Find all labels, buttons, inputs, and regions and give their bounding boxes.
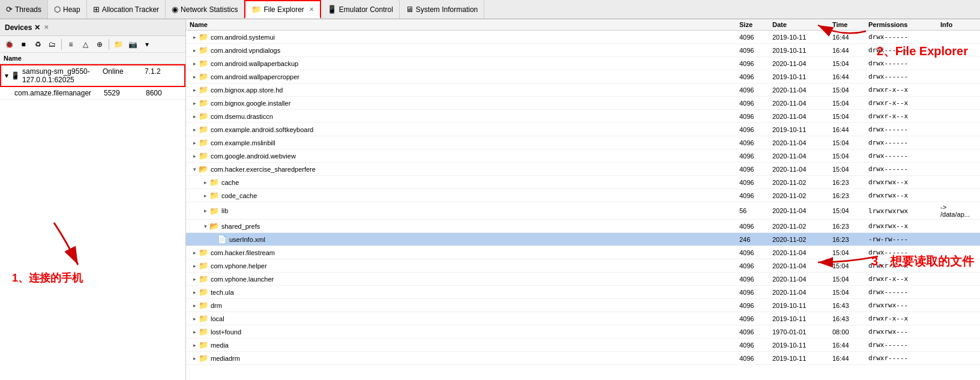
device-expand-icon[interactable]: ▾ bbox=[5, 71, 8, 80]
tab-allocation[interactable]: ⊞ Allocation Tracker bbox=[87, 0, 166, 19]
file-size: 4096 bbox=[739, 192, 772, 199]
file-row[interactable]: ▸ 📁 lost+found 4096 1970-01-01 08:00 drw… bbox=[186, 325, 980, 339]
file-time: 15:04 bbox=[832, 60, 868, 67]
folder-icon: 📁 bbox=[199, 46, 208, 55]
annotation-label-1: 1、连接的手机 bbox=[12, 271, 83, 285]
expand-icon[interactable]: ▸ bbox=[204, 208, 207, 214]
file-name: ▸ 📁 lost+found bbox=[190, 327, 739, 336]
phone-icon: 📱 bbox=[11, 71, 20, 80]
expand-icon[interactable]: ▸ bbox=[193, 127, 196, 133]
app-row[interactable]: com.amaze.filemanager 5529 8600 bbox=[0, 87, 185, 100]
file-row[interactable]: ▸ 📁 code_cache 4096 2020-11-02 16:23 drw… bbox=[186, 189, 980, 202]
file-size: 4096 bbox=[739, 355, 772, 362]
expand-icon[interactable]: ▸ bbox=[193, 342, 196, 348]
file-row[interactable]: ▸ 📁 com.android.systemui 4096 2019-10-11… bbox=[186, 31, 980, 44]
expand-icon[interactable]: ▸ bbox=[193, 74, 196, 80]
tab-sysinfo[interactable]: 🖥 System Information bbox=[400, 0, 484, 19]
file-row[interactable]: ▸ 📁 com.bignox.google.installer 4096 202… bbox=[186, 97, 980, 110]
file-name: ▸ 📁 tech.ula bbox=[190, 288, 739, 297]
alloc-btn[interactable]: ⊕ bbox=[93, 38, 106, 51]
file-perms: drwx------ bbox=[868, 73, 940, 80]
file-row[interactable]: ▸ 📁 com.android.vpndialogs 4096 2019-10-… bbox=[186, 44, 980, 57]
expand-icon[interactable]: ▸ bbox=[193, 113, 196, 119]
file-row[interactable]: ▸ 📁 com.dsemu.drasticcn 4096 2020-11-04 … bbox=[186, 110, 980, 123]
file-row[interactable]: 📄 userInfo.xml 246 2020-11-02 16:23 -rw-… bbox=[186, 233, 980, 246]
tab-network[interactable]: ◉ Network Statistics bbox=[166, 0, 244, 19]
file-table-body[interactable]: ▸ 📁 com.android.systemui 4096 2019-10-11… bbox=[186, 31, 980, 380]
filename-text: com.vphone.launcher bbox=[211, 276, 274, 283]
file-row[interactable]: ▸ 📁 mediadrm 4096 2019-10-11 16:44 drwxr… bbox=[186, 352, 980, 365]
file-row[interactable]: ▸ 📁 drm 4096 2019-10-11 16:43 drwxrwx--- bbox=[186, 299, 980, 312]
expand-icon[interactable]: ▾ bbox=[193, 166, 196, 172]
screenshot-btn[interactable]: 📷 bbox=[126, 38, 139, 51]
tab-fileexplorer[interactable]: 📁 File Explorer ✕ bbox=[244, 0, 320, 19]
filename-text: local bbox=[211, 315, 224, 322]
debug-btn[interactable]: 🐞 bbox=[2, 38, 16, 51]
file-size: 4096 bbox=[739, 113, 772, 120]
file-row[interactable]: ▸ 📁 com.android.wallpaperbackup 4096 202… bbox=[186, 57, 980, 70]
heap-toggle-btn[interactable]: △ bbox=[79, 38, 92, 51]
file-size: 246 bbox=[739, 236, 772, 243]
expand-icon[interactable]: ▸ bbox=[193, 276, 196, 282]
file-perms: drwx------ bbox=[868, 165, 940, 173]
file-row[interactable]: ▸ 📁 lib 56 2020-11-04 15:04 lrwxrwxrwx -… bbox=[186, 202, 980, 220]
file-row[interactable]: ▸ 📁 com.example.mslinbill 4096 2020-11-0… bbox=[186, 136, 980, 149]
tab-allocation-label: Allocation Tracker bbox=[102, 5, 159, 14]
folder-icon: 📁 bbox=[199, 125, 208, 134]
expand-icon[interactable]: ▸ bbox=[204, 193, 207, 199]
expand-icon[interactable]: ▸ bbox=[193, 263, 196, 269]
tab-threads[interactable]: ⟳ Threads bbox=[0, 0, 48, 19]
file-perms: drwx------ bbox=[868, 249, 940, 256]
expand-icon[interactable]: ▸ bbox=[193, 329, 196, 335]
tab-emulator[interactable]: 📱 Emulator Control bbox=[321, 0, 400, 19]
expand-icon[interactable]: ▸ bbox=[204, 179, 207, 185]
expand-icon[interactable]: ▸ bbox=[193, 140, 196, 146]
gc-btn[interactable]: ♻ bbox=[31, 38, 44, 51]
file-row[interactable]: ▾ 📂 com.hacker.exercise_sharedperfere 40… bbox=[186, 163, 980, 176]
file-perms: drwxr-x--x bbox=[868, 262, 940, 270]
file-row[interactable]: ▸ 📁 com.google.android.webview 4096 2020… bbox=[186, 149, 980, 163]
expand-icon[interactable]: ▸ bbox=[193, 303, 196, 309]
device-row[interactable]: ▾ 📱 samsung-sm_g9550-127.0.0.1:62025 Onl… bbox=[0, 64, 185, 87]
file-name: ▸ 📁 com.vphone.launcher bbox=[190, 274, 739, 283]
file-row[interactable]: ▸ 📁 local 4096 2019-10-11 16:43 drwxr-x-… bbox=[186, 312, 980, 325]
expand-icon[interactable]: ▸ bbox=[193, 289, 196, 295]
file-row[interactable]: ▸ 📁 com.android.wallpapercropper 4096 20… bbox=[186, 70, 980, 83]
file-name: ▸ 📁 com.android.wallpaperbackup bbox=[190, 59, 739, 68]
file-row[interactable]: ▸ 📁 com.vphone.launcher 4096 2020-11-04 … bbox=[186, 273, 980, 286]
filename-text: com.hacker.filestream bbox=[211, 249, 275, 256]
file-size: 4096 bbox=[739, 60, 772, 67]
expand-icon[interactable]: ▸ bbox=[193, 250, 196, 256]
expand-icon[interactable]: ▸ bbox=[193, 100, 196, 106]
expand-icon[interactable]: ▸ bbox=[193, 47, 196, 53]
file-row[interactable]: ▸ 📁 tech.ula 4096 2020-11-04 15:04 drwx-… bbox=[186, 286, 980, 299]
file-row[interactable]: ▸ 📁 com.example.android.softkeyboard 409… bbox=[186, 123, 980, 136]
expand-icon[interactable]: ▸ bbox=[193, 153, 196, 159]
file-time: 15:04 bbox=[832, 289, 868, 296]
file-perms: drwx------ bbox=[868, 152, 940, 160]
fileexplorer-btn[interactable]: 📁 bbox=[112, 38, 125, 51]
more-btn[interactable]: ▾ bbox=[140, 38, 154, 51]
hprof-btn[interactable]: 🗂 bbox=[46, 38, 59, 51]
expand-icon[interactable]: ▸ bbox=[193, 355, 196, 361]
file-row[interactable]: ▸ 📁 com.hacker.filestream 4096 2020-11-0… bbox=[186, 246, 980, 259]
file-row[interactable]: ▾ 📂 shared_prefs 4096 2020-11-02 16:23 d… bbox=[186, 220, 980, 233]
expand-icon[interactable]: ▾ bbox=[204, 223, 207, 229]
tab-fileexplorer-close[interactable]: ✕ bbox=[309, 6, 314, 13]
file-row[interactable]: ▸ 📁 com.vphone.helper 4096 2020-11-04 15… bbox=[186, 259, 980, 273]
stop-btn[interactable]: ■ bbox=[17, 38, 30, 51]
expand-icon[interactable]: ▸ bbox=[193, 87, 196, 93]
expand-icon[interactable]: ▸ bbox=[193, 34, 196, 40]
file-name: ▸ 📁 code_cache bbox=[190, 191, 739, 200]
tab-heap[interactable]: ⬡ Heap bbox=[48, 0, 87, 19]
file-row[interactable]: ▸ 📁 com.bignox.app.store.hd 4096 2020-11… bbox=[186, 83, 980, 97]
filename-text: com.android.vpndialogs bbox=[211, 47, 280, 54]
file-name: ▸ 📁 com.example.android.softkeyboard bbox=[190, 125, 739, 134]
expand-icon[interactable]: ▸ bbox=[193, 316, 196, 322]
file-row[interactable]: ▸ 📁 cache 4096 2020-11-02 16:23 drwxrwx-… bbox=[186, 176, 980, 189]
threads-btn[interactable]: ≡ bbox=[64, 38, 77, 51]
expand-icon[interactable]: ▸ bbox=[193, 61, 196, 67]
file-row[interactable]: ▸ 📁 media 4096 2019-10-11 16:44 drwx----… bbox=[186, 339, 980, 352]
file-time: 15:04 bbox=[832, 100, 868, 107]
filename-text: drm bbox=[211, 302, 222, 309]
